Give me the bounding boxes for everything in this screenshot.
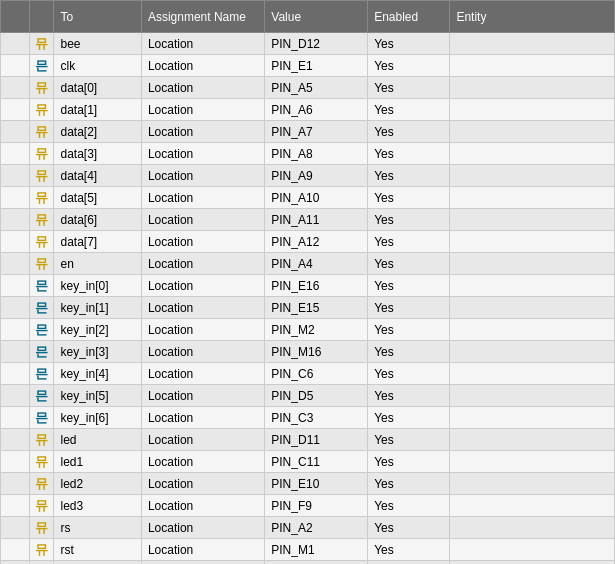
cell-to: clk <box>54 55 141 77</box>
table-row[interactable]: 뮤rsLocationPIN_A2Yes <box>1 517 615 539</box>
cell-from <box>1 143 30 165</box>
output-icon: 뮤 <box>29 451 54 473</box>
table-row[interactable]: 뮤beeLocationPIN_D12Yes <box>1 33 615 55</box>
cell-enabled: Yes <box>368 561 450 565</box>
cell-value: PIN_E16 <box>265 275 368 297</box>
cell-enabled: Yes <box>368 253 450 275</box>
cell-enabled: Yes <box>368 385 450 407</box>
table-row[interactable]: 뮤data[4]LocationPIN_A9Yes <box>1 165 615 187</box>
output-icon: 뮤 <box>29 33 54 55</box>
cell-from <box>1 429 30 451</box>
cell-entity <box>450 429 615 451</box>
cell-enabled: Yes <box>368 33 450 55</box>
pin-type-icon: 믄 <box>35 58 48 73</box>
table-row[interactable]: 뮤enLocationPIN_A4Yes <box>1 253 615 275</box>
cell-to: rst <box>54 539 141 561</box>
cell-from <box>1 319 30 341</box>
pin-type-icon: 믄 <box>35 344 48 359</box>
cell-enabled: Yes <box>368 275 450 297</box>
col-header-value[interactable]: Value <box>265 1 368 33</box>
cell-enabled: Yes <box>368 319 450 341</box>
cell-entity <box>450 385 615 407</box>
cell-assignment: Location <box>141 33 264 55</box>
input-icon: 믄 <box>29 275 54 297</box>
cell-to: key_in[5] <box>54 385 141 407</box>
cell-entity <box>450 473 615 495</box>
cell-from <box>1 297 30 319</box>
output-icon: 뮤 <box>29 253 54 275</box>
output-icon: 뮤 <box>29 517 54 539</box>
pin-type-icon: 믄 <box>35 410 48 425</box>
pin-type-icon: 믄 <box>35 366 48 381</box>
table-row[interactable]: 뮤led3LocationPIN_F9Yes <box>1 495 615 517</box>
cell-from <box>1 187 30 209</box>
cell-assignment: Location <box>141 209 264 231</box>
cell-value: PIN_A12 <box>265 231 368 253</box>
cell-value: PIN_A4 <box>265 253 368 275</box>
cell-value: PIN_E10 <box>265 473 368 495</box>
input-icon: 믄 <box>29 385 54 407</box>
table-row[interactable]: 뮤data[7]LocationPIN_A12Yes <box>1 231 615 253</box>
cell-to: key_in[6] <box>54 407 141 429</box>
cell-to: led3 <box>54 495 141 517</box>
pin-type-icon: 믄 <box>35 300 48 315</box>
table-row[interactable]: 믄key_in[0]LocationPIN_E16Yes <box>1 275 615 297</box>
cell-from <box>1 231 30 253</box>
cell-to: key_in[4] <box>54 363 141 385</box>
col-header-assignment[interactable]: Assignment Name <box>141 1 264 33</box>
cell-enabled: Yes <box>368 187 450 209</box>
table-row[interactable]: 뮤data[5]LocationPIN_A10Yes <box>1 187 615 209</box>
cell-to: en <box>54 253 141 275</box>
table-row[interactable]: 믄key_in[6]LocationPIN_C3Yes <box>1 407 615 429</box>
table-row[interactable]: 뮤rwLocationPIN_A3Yes <box>1 561 615 565</box>
pin-type-icon: 뮤 <box>35 454 48 469</box>
cell-value: PIN_A9 <box>265 165 368 187</box>
cell-assignment: Location <box>141 517 264 539</box>
col-header-to[interactable]: To <box>54 1 141 33</box>
cell-assignment: Location <box>141 253 264 275</box>
cell-entity <box>450 165 615 187</box>
table-row[interactable]: 뮤rstLocationPIN_M1Yes <box>1 539 615 561</box>
table-row[interactable]: 뮤data[2]LocationPIN_A7Yes <box>1 121 615 143</box>
table-row[interactable]: 뮤data[6]LocationPIN_A11Yes <box>1 209 615 231</box>
output-icon: 뮤 <box>29 429 54 451</box>
cell-to: key_in[2] <box>54 319 141 341</box>
output-icon: 뮤 <box>29 99 54 121</box>
cell-to: data[2] <box>54 121 141 143</box>
cell-assignment: Location <box>141 275 264 297</box>
cell-assignment: Location <box>141 99 264 121</box>
cell-to: data[3] <box>54 143 141 165</box>
table-row[interactable]: 믄clkLocationPIN_E1Yes <box>1 55 615 77</box>
col-header-entity[interactable]: Entity <box>450 1 615 33</box>
table-row[interactable]: 믄key_in[1]LocationPIN_E15Yes <box>1 297 615 319</box>
input-icon: 믄 <box>29 363 54 385</box>
cell-from <box>1 385 30 407</box>
table-row[interactable]: 믄key_in[5]LocationPIN_D5Yes <box>1 385 615 407</box>
cell-value: PIN_A11 <box>265 209 368 231</box>
col-header-enabled[interactable]: Enabled <box>368 1 450 33</box>
cell-from <box>1 99 30 121</box>
cell-entity <box>450 517 615 539</box>
table-row[interactable]: 뮤data[3]LocationPIN_A8Yes <box>1 143 615 165</box>
table-row[interactable]: 뮤ledLocationPIN_D11Yes <box>1 429 615 451</box>
cell-enabled: Yes <box>368 539 450 561</box>
cell-assignment: Location <box>141 143 264 165</box>
cell-from <box>1 209 30 231</box>
table-row[interactable]: 뮤led1LocationPIN_C11Yes <box>1 451 615 473</box>
pin-type-icon: 뮤 <box>35 234 48 249</box>
cell-entity <box>450 231 615 253</box>
cell-value: PIN_F9 <box>265 495 368 517</box>
cell-entity <box>450 451 615 473</box>
cell-value: PIN_D11 <box>265 429 368 451</box>
cell-enabled: Yes <box>368 55 450 77</box>
table-row[interactable]: 뮤data[0]LocationPIN_A5Yes <box>1 77 615 99</box>
input-icon: 믄 <box>29 297 54 319</box>
col-header-from[interactable] <box>1 1 30 33</box>
table-row[interactable]: 믄key_in[2]LocationPIN_M2Yes <box>1 319 615 341</box>
table-row[interactable]: 뮤led2LocationPIN_E10Yes <box>1 473 615 495</box>
table-row[interactable]: 믄key_in[4]LocationPIN_C6Yes <box>1 363 615 385</box>
table-row[interactable]: 뮤data[1]LocationPIN_A6Yes <box>1 99 615 121</box>
input-icon: 믄 <box>29 407 54 429</box>
cell-entity <box>450 209 615 231</box>
table-row[interactable]: 믄key_in[3]LocationPIN_M16Yes <box>1 341 615 363</box>
